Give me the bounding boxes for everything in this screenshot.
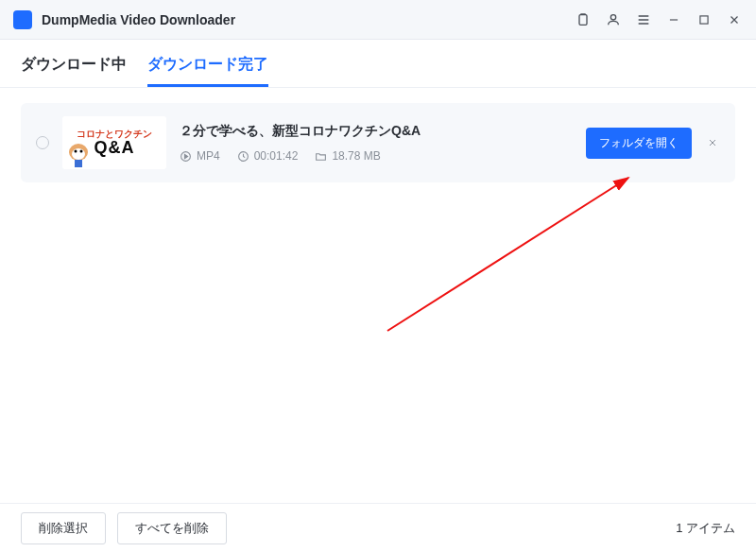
menu-icon[interactable] (635, 11, 652, 28)
tabs: ダウンロード中 ダウンロード完了 (0, 40, 756, 88)
user-icon[interactable] (605, 11, 622, 28)
close-icon[interactable] (726, 11, 743, 28)
item-title: ２分で学べる、新型コロナワクチンQ&A (180, 123, 573, 140)
item-info: ２分で学べる、新型コロナワクチンQ&A MP4 00:01:42 18.78 M… (180, 123, 573, 163)
app-logo (13, 10, 32, 29)
svg-rect-2 (700, 15, 708, 23)
open-folder-button[interactable]: フォルダを開く (586, 128, 692, 159)
svg-line-10 (387, 178, 628, 331)
video-thumbnail: コロナとワクチン Q&A (62, 116, 166, 169)
remove-item-icon[interactable] (705, 135, 720, 150)
svg-rect-0 (579, 14, 587, 25)
delete-selection-button[interactable]: 削除選択 (21, 512, 106, 544)
minimize-icon[interactable] (665, 11, 682, 28)
svg-point-1 (610, 14, 615, 19)
thumb-text-line1: コロナとワクチン (77, 129, 152, 139)
tab-downloading[interactable]: ダウンロード中 (21, 55, 127, 87)
delete-all-button[interactable]: すべてを削除 (117, 512, 227, 544)
clock-icon (237, 150, 249, 163)
svg-point-4 (72, 148, 85, 160)
titlebar: DumpMedia Video Downloader (0, 0, 756, 40)
meta-duration: 00:01:42 (237, 149, 299, 163)
clipboard-icon[interactable] (575, 11, 592, 28)
svg-point-6 (80, 150, 83, 153)
item-meta: MP4 00:01:42 18.78 MB (180, 149, 573, 163)
footer: 削除選択 すべてを削除 1 アイテム (0, 503, 756, 552)
play-circle-icon (180, 150, 192, 163)
folder-icon (315, 150, 327, 163)
meta-size: 18.78 MB (315, 149, 380, 163)
app-title: DumpMedia Video Downloader (42, 12, 235, 27)
svg-rect-7 (75, 160, 82, 167)
titlebar-actions (575, 11, 743, 28)
item-count: 1 アイテム (676, 520, 735, 537)
select-radio[interactable] (36, 136, 49, 149)
svg-point-5 (75, 150, 77, 153)
download-item: コロナとワクチン Q&A ２分で学べる、新型コロナワクチンQ&A MP4 00:… (21, 103, 735, 182)
tab-completed[interactable]: ダウンロード完了 (147, 55, 268, 87)
meta-format: MP4 (180, 149, 220, 163)
maximize-icon[interactable] (696, 11, 713, 28)
list-area: コロナとワクチン Q&A ２分で学べる、新型コロナワクチンQ&A MP4 00:… (0, 88, 756, 198)
